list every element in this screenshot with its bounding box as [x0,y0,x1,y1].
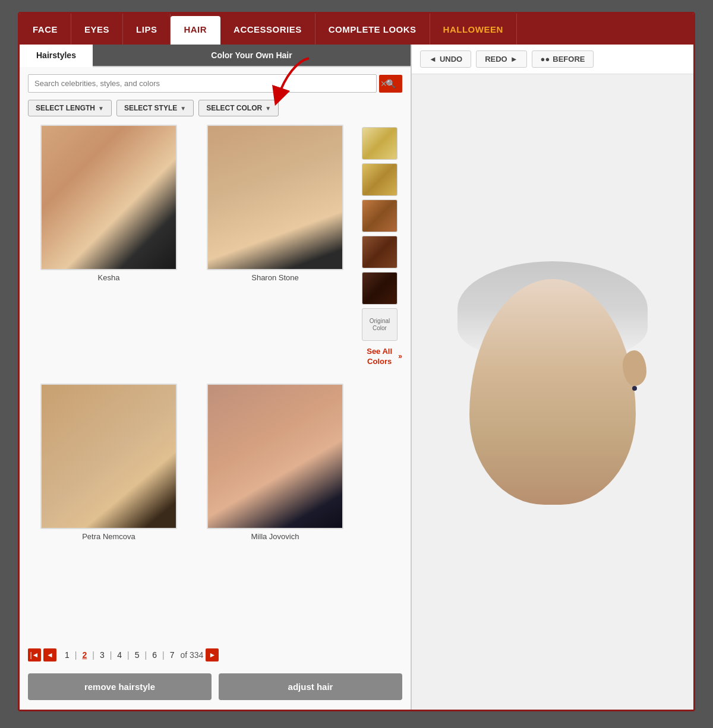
nav-item-hair[interactable]: HAIR [171,16,220,45]
app-container: FACE EYES LIPS HAIR ACCESSORIES COMPLETE… [18,12,695,711]
filter-length-button[interactable]: SELECT LENGTH ▼ [28,100,112,116]
filter-length-arrow-icon: ▼ [98,105,104,112]
hair-label-milla-jovovich: Milla Jovovich [251,532,299,541]
page-sep-6: | [162,650,165,660]
hair-label-kesha: Kesha [98,273,120,282]
see-all-colors-chevron-icon: » [398,352,402,362]
nav-item-accessories[interactable]: ACCESSORIES [220,14,316,45]
hair-image-milla-jovovich [207,384,343,529]
see-all-colors-text: See All Colors [362,347,397,367]
before-button[interactable]: ●● BEFORE [532,50,594,68]
page-num-2[interactable]: 2 [80,649,89,661]
page-sep-1: | [74,650,78,660]
nav-item-complete-looks[interactable]: COMPLETE LOOKS [316,14,430,45]
swatch-original-label: OriginalColor [370,318,390,332]
toolbar: ◄ UNDO REDO ► ●● BEFORE [412,45,693,74]
hair-item-sharon-stone[interactable]: Sharon Stone [194,125,356,379]
filter-color-button[interactable]: SELECT COLOR ▼ [198,100,279,116]
nav-item-lips[interactable]: LIPS [123,14,171,45]
swatch-dark-brown[interactable] [362,272,397,305]
search-clear-button[interactable]: ✕ [380,79,387,88]
right-panel: ◄ UNDO REDO ► ●● BEFORE [412,45,693,710]
page-sep-4: | [127,650,130,660]
filter-style-label: SELECT STYLE [124,104,177,112]
hair-item-kesha[interactable]: Kesha [28,125,190,379]
page-num-6[interactable]: 6 [150,649,159,661]
page-prev-button[interactable]: ◄ [43,648,56,661]
main-layout: Hairstyles Color Your Own Hair ✕ 🔍 SELEC… [20,45,693,710]
nav-item-eyes[interactable]: EYES [71,14,123,45]
filter-row: SELECT LENGTH ▼ SELECT STYLE ▼ SELECT CO… [20,97,411,122]
pagination: |◄ ◄ 1 | 2 | 3 | 4 | 5 | 6 | 7 of 334 ► [20,640,411,667]
page-next-button[interactable]: ► [206,648,219,661]
swatch-brown[interactable] [362,236,397,268]
page-sep-2: | [92,650,95,660]
action-row: remove hairstyle adjust hair [20,667,411,710]
face-placeholder-kesha [42,126,176,269]
filter-style-arrow-icon: ▼ [180,105,186,112]
redo-button[interactable]: REDO ► [476,50,526,68]
undo-icon: ◄ [429,55,437,64]
swatch-blonde-med[interactable] [362,163,397,196]
face-placeholder-petra-nemcova [42,385,176,528]
hair-image-kesha [40,125,177,270]
page-num-7[interactable]: 7 [168,649,177,661]
face-placeholder-milla-jovovich [208,385,342,528]
before-label: BEFORE [553,55,585,64]
remove-hairstyle-button[interactable]: remove hairstyle [28,673,212,700]
tab-color-own-hair[interactable]: Color Your Own Hair [93,45,411,66]
hair-label-petra-nemcova: Petra Nemcova [82,532,135,541]
color-swatches-panel: OriginalColor See All Colors » [362,125,402,638]
swatch-blonde-light[interactable] [362,127,397,160]
page-num-3[interactable]: 3 [97,649,107,661]
page-total: of 334 [180,650,203,660]
swatch-auburn[interactable] [362,200,397,232]
before-icon: ●● [541,55,550,64]
earring [632,386,637,391]
nav-item-face[interactable]: FACE [20,14,71,45]
swatch-original-color[interactable]: OriginalColor [362,308,397,341]
sub-tabs: Hairstyles Color Your Own Hair [20,45,411,67]
hair-item-petra-nemcova[interactable]: Petra Nemcova [28,384,190,638]
filter-length-label: SELECT LENGTH [36,104,95,112]
search-bar: ✕ 🔍 [20,67,411,97]
adjust-hair-button[interactable]: adjust hair [219,673,402,700]
content-area: Kesha Sharon Stone Petra Nemcova [20,122,411,640]
top-nav: FACE EYES LIPS HAIR ACCESSORIES COMPLETE… [20,14,693,45]
hair-image-sharon-stone [207,125,343,270]
filter-style-button[interactable]: SELECT STYLE ▼ [116,100,194,116]
hair-image-petra-nemcova [40,384,177,529]
page-num-5[interactable]: 5 [132,649,142,661]
nav-item-halloween[interactable]: HALLOWEEN [430,14,517,45]
face-preview [469,279,636,505]
preview-area [412,74,693,710]
filter-color-label: SELECT COLOR [206,104,262,112]
hair-label-sharon-stone: Sharon Stone [251,273,299,282]
undo-label: UNDO [440,55,462,64]
tab-hairstyles[interactable]: Hairstyles [20,45,93,67]
hair-item-milla-jovovich[interactable]: Milla Jovovich [194,384,356,638]
page-sep-5: | [144,650,148,660]
filter-color-arrow-icon: ▼ [265,105,271,112]
face-placeholder-sharon-stone [208,126,342,269]
undo-button[interactable]: ◄ UNDO [420,50,471,68]
left-panel: Hairstyles Color Your Own Hair ✕ 🔍 SELEC… [20,45,412,710]
ear [623,350,646,386]
see-all-colors-link[interactable]: See All Colors » [362,347,402,367]
page-first-button[interactable]: |◄ [28,648,41,661]
search-input[interactable] [28,74,377,93]
page-sep-3: | [109,650,113,660]
page-num-1[interactable]: 1 [62,649,72,661]
hairstyle-grid: Kesha Sharon Stone Petra Nemcova [28,125,356,638]
redo-label: REDO [485,55,507,64]
redo-icon: ► [510,55,518,64]
page-num-4[interactable]: 4 [115,649,124,661]
